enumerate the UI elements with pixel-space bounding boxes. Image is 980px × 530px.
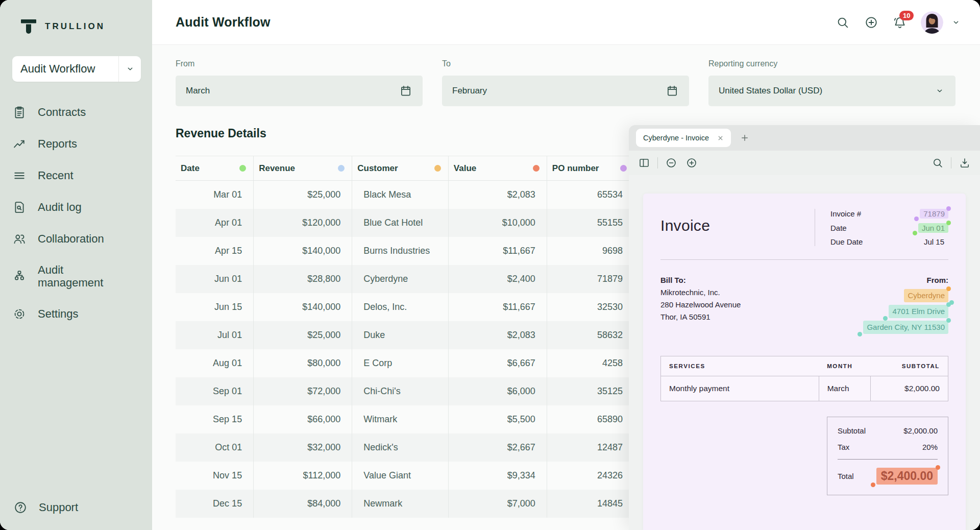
cell-date: Dec 15 (176, 490, 254, 518)
table-row[interactable]: Aug 01$80,000E Corp$6,6674258 (176, 349, 634, 377)
document-viewer: Invoice Invoice # 71879 Date Jun 01 (629, 175, 980, 530)
from-date-picker[interactable]: March (176, 76, 423, 106)
cell-value: $5,500 (448, 405, 547, 433)
workspace-switcher-chevron[interactable] (118, 56, 141, 82)
cell-value: $10,000 (448, 209, 547, 237)
list-icon (12, 168, 27, 183)
table-row[interactable]: Sep 01$72,000Chi-Chi's$6,00035125 (176, 377, 634, 405)
column-header-revenue[interactable]: Revenue (254, 156, 352, 181)
sidebar-item-audit-log[interactable]: Audit log (12, 200, 141, 214)
calendar-icon (666, 84, 679, 98)
cell-revenue: $72,000 (254, 377, 352, 405)
invoice-date-highlight[interactable]: Jun 01 (918, 223, 948, 233)
cell-revenue: $140,000 (254, 293, 352, 321)
sidebar-item-support[interactable]: Support (12, 500, 141, 515)
vendor-address-highlight[interactable]: 4701 Elm Drive (889, 305, 948, 318)
cell-value: $6,000 (448, 377, 547, 405)
table-row[interactable]: Dec 15$84,000Newmark$7,00014845 (176, 490, 634, 518)
cell-po-number: 65534 (547, 181, 634, 209)
zoom-out-icon[interactable] (664, 156, 678, 170)
clipboard-icon (12, 105, 27, 119)
table-row[interactable]: Jul 01$25,000Duke$2,08358632 (176, 321, 634, 349)
cell-po-number: 4258 (547, 349, 634, 377)
cell-value: $2,667 (448, 433, 547, 462)
to-value[interactable]: February (452, 86, 666, 96)
cell-customer: Witmark (352, 405, 449, 433)
sidebar-item-recent[interactable]: Recent (12, 168, 141, 183)
notifications-bell-icon[interactable]: 10 (892, 15, 908, 30)
sidebar-item-contracts[interactable]: Contracts (12, 105, 141, 119)
total-row: Total $2,400.00 (838, 468, 938, 485)
cell-value: $2,083 (448, 181, 547, 209)
to-date-picker[interactable]: February (442, 76, 689, 106)
invoice-number-highlight[interactable]: 71879 (920, 209, 948, 219)
column-color-dot (434, 165, 441, 172)
column-color-dot (338, 165, 345, 172)
sidebar-item-label: Audit log (38, 201, 82, 213)
cell-revenue: $25,000 (254, 321, 352, 349)
cell-revenue: $28,800 (254, 265, 352, 293)
invoice-document: Invoice Invoice # 71879 Date Jun 01 (643, 194, 966, 530)
cell-date: Apr 01 (176, 209, 254, 237)
split-view-icon[interactable] (637, 156, 651, 170)
topbar-actions: 10 (835, 11, 962, 34)
cell-po-number: 14845 (547, 490, 634, 518)
cell-customer: Black Mesa (352, 181, 449, 209)
total-amount-highlight[interactable]: $2,400.00 (876, 468, 938, 485)
close-tab-icon[interactable] (717, 135, 724, 141)
column-label: Revenue (259, 163, 295, 174)
column-header-date[interactable]: Date (176, 156, 254, 181)
table-row[interactable]: Apr 01$120,000Blue Cat Hotel$10,00055155 (176, 209, 634, 237)
table-row[interactable]: Jun 01$28,800Cyberdyne$2,40071879 (176, 265, 634, 293)
cell-date: Sep 15 (176, 405, 254, 433)
cell-value: $7,000 (448, 490, 547, 518)
cell-revenue: $25,000 (254, 181, 352, 209)
currency-select[interactable]: United States Dollar (USD) (708, 76, 955, 106)
revenue-details-title: Revenue Details (176, 127, 634, 140)
cell-value: $11,667 (448, 237, 547, 265)
user-menu[interactable] (921, 11, 962, 34)
column-header-po-number[interactable]: PO number (547, 156, 634, 181)
sidebar-item-collaboration[interactable]: Collaboration (12, 232, 141, 246)
invoice-meta: Invoice # 71879 Date Jun 01 Due Date Jul… (815, 209, 948, 246)
column-header-value[interactable]: Value (448, 156, 547, 181)
search-icon[interactable] (835, 15, 850, 30)
download-icon[interactable] (958, 156, 972, 170)
chevron-down-icon (950, 17, 962, 28)
viewer-toolbar (629, 151, 980, 175)
zoom-in-icon[interactable] (684, 156, 699, 170)
sidebar-item-label: Audit management (38, 263, 125, 290)
sidebar-item-settings[interactable]: Settings (12, 307, 141, 321)
help-circle-icon (13, 500, 28, 515)
column-label: Value (454, 163, 476, 174)
cell-revenue: $112,000 (254, 462, 352, 490)
sidebar-item-audit-management[interactable]: Audit management (12, 263, 141, 290)
table-row[interactable]: Nov 15$112,000Value Giant$9,33424326 (176, 462, 634, 490)
sidebar-item-label: Reports (38, 137, 77, 150)
table-row[interactable]: Sep 15$66,000Witmark$5,50065890 (176, 405, 634, 433)
column-header-customer[interactable]: Customer (352, 156, 449, 181)
table-row[interactable]: Jun 15$140,000Delos, Inc.$11,66732530 (176, 293, 634, 321)
from-field: From March (176, 59, 423, 106)
cell-customer: Blue Cat Hotel (352, 209, 449, 237)
cell-po-number: 55155 (547, 209, 634, 237)
from-value[interactable]: March (186, 86, 399, 96)
vendor-city-highlight[interactable]: Garden City, NY 11530 (863, 321, 948, 334)
workspace-switcher[interactable]: Audit Workflow (12, 56, 141, 82)
tax-row: Tax 20% (838, 443, 938, 451)
avatar[interactable] (921, 11, 943, 34)
table-row[interactable]: Apr 15$140,000Burns Industries$11,667969… (176, 237, 634, 265)
tab-cyberdyne-invoice[interactable]: Cyberdyne - Invoice (636, 129, 731, 147)
sidebar-item-reports[interactable]: Reports (12, 137, 141, 151)
invoice-date-row: Date Jun 01 (830, 223, 948, 233)
cell-customer: Burns Industries (352, 237, 449, 265)
cell-value: $6,667 (448, 349, 547, 377)
vendor-name-highlight[interactable]: Cyberdyne (904, 289, 948, 302)
add-tab-icon[interactable] (740, 133, 749, 142)
services-table: SERVICES MONTH SUBTOTAL Monthly payment … (660, 356, 948, 401)
currency-value[interactable]: United States Dollar (USD) (719, 86, 934, 96)
search-document-icon[interactable] (930, 156, 945, 170)
add-icon[interactable] (864, 15, 879, 30)
table-row[interactable]: Oct 01$32,000Nedick's$2,66712487 (176, 433, 634, 462)
table-row[interactable]: Mar 01$25,000Black Mesa$2,08365534 (176, 181, 634, 209)
